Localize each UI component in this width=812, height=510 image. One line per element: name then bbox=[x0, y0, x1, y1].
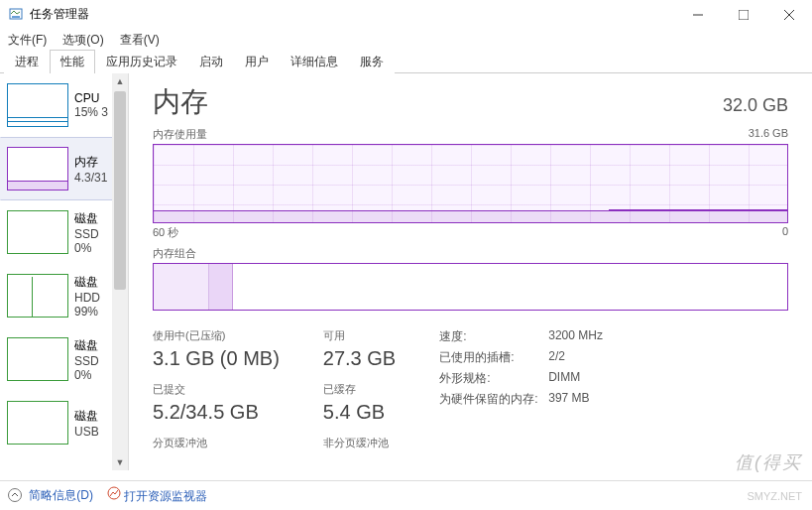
scroll-up-icon[interactable]: ▲ bbox=[112, 73, 128, 89]
minimize-button[interactable] bbox=[675, 0, 721, 30]
sidebar-sub: 4.3/31 bbox=[74, 171, 107, 185]
status-bar: 简略信息(D) 打开资源监视器 bbox=[0, 480, 812, 510]
resmon-icon bbox=[107, 486, 121, 500]
maximize-button[interactable] bbox=[721, 0, 766, 30]
tab-processes[interactable]: 进程 bbox=[4, 50, 50, 73]
sidebar-label: 磁盘 bbox=[74, 274, 100, 291]
app-icon bbox=[8, 7, 24, 23]
tab-bar: 进程 性能 应用历史记录 启动 用户 详细信息 服务 bbox=[0, 50, 812, 73]
paged-label: 分页缓冲池 bbox=[153, 436, 280, 450]
tab-users[interactable]: 用户 bbox=[234, 50, 280, 73]
sidebar-pct: 99% bbox=[74, 305, 100, 319]
sidebar-sub: 15% 3 bbox=[74, 105, 108, 119]
menu-options[interactable]: 选项(O) bbox=[58, 32, 107, 49]
scroll-down-icon[interactable]: ▼ bbox=[112, 454, 128, 470]
sidebar-label: 内存 bbox=[74, 154, 107, 171]
title-bar: 任务管理器 bbox=[0, 0, 812, 30]
graph-xright: 0 bbox=[782, 225, 788, 240]
total-memory: 32.0 GB bbox=[723, 95, 788, 116]
sidebar-sub: SSD bbox=[74, 354, 99, 368]
disk-thumb bbox=[7, 401, 68, 445]
memory-composition-graph[interactable] bbox=[153, 263, 788, 311]
nonpaged-label: 非分页缓冲池 bbox=[323, 436, 396, 450]
menu-bar: 文件(F) 选项(O) 查看(V) bbox=[0, 30, 812, 50]
tab-app-history[interactable]: 应用历史记录 bbox=[95, 50, 188, 73]
cached-value: 5.4 GB bbox=[323, 401, 396, 424]
form-value: DIMM bbox=[548, 370, 603, 387]
disk-thumb bbox=[7, 274, 68, 318]
sidebar-sub: SSD bbox=[74, 227, 99, 241]
disk-thumb bbox=[7, 337, 68, 381]
available-label: 可用 bbox=[323, 328, 396, 343]
sidebar-sub: USB bbox=[74, 425, 99, 439]
graph-xleft: 60 秒 bbox=[153, 225, 178, 240]
sidebar-item-disk-ssd1[interactable]: 磁盘SSD0% bbox=[0, 327, 128, 391]
sidebar-item-memory[interactable]: 内存4.3/31 bbox=[0, 137, 128, 200]
sidebar-item-disk-usb[interactable]: 磁盘USB bbox=[0, 391, 128, 454]
menu-view[interactable]: 查看(V) bbox=[116, 32, 164, 49]
sidebar-label: 磁盘 bbox=[74, 210, 99, 227]
svg-rect-3 bbox=[739, 10, 749, 20]
in-use-value: 3.1 GB (0 MB) bbox=[153, 347, 280, 370]
sidebar-pct: 0% bbox=[74, 368, 99, 382]
disk-thumb bbox=[7, 210, 68, 254]
close-button[interactable] bbox=[766, 0, 812, 30]
graph-label: 内存使用量 bbox=[153, 127, 207, 142]
fewer-details-label: 简略信息(D) bbox=[29, 488, 93, 502]
cpu-thumb bbox=[7, 83, 68, 127]
memory-usage-graph[interactable] bbox=[153, 144, 788, 223]
in-use-label: 使用中(已压缩) bbox=[153, 328, 280, 343]
open-resmon-link[interactable]: 打开资源监视器 bbox=[107, 486, 207, 505]
hwreserved-key: 为硬件保留的内存: bbox=[439, 391, 548, 408]
slots-key: 已使用的插槽: bbox=[439, 349, 548, 366]
sidebar-label: CPU bbox=[74, 91, 108, 105]
sidebar-label: 磁盘 bbox=[74, 337, 99, 354]
form-key: 外形规格: bbox=[439, 370, 548, 387]
cached-label: 已缓存 bbox=[323, 382, 396, 397]
sidebar-scrollbar[interactable]: ▲ ▼ bbox=[112, 73, 128, 470]
comp-label: 内存组合 bbox=[153, 246, 196, 261]
window-title: 任务管理器 bbox=[30, 6, 675, 23]
sidebar-sub: HDD bbox=[74, 291, 100, 305]
sidebar-item-cpu[interactable]: CPU15% 3 bbox=[0, 73, 128, 137]
watermark-sub: SMYZ.NET bbox=[747, 490, 802, 502]
available-value: 27.3 GB bbox=[323, 347, 396, 370]
sidebar-item-disk-hdd[interactable]: 磁盘HDD99% bbox=[0, 264, 128, 327]
sidebar: CPU15% 3 内存4.3/31 磁盘SSD0% 磁盘HDD99% 磁盘SSD… bbox=[0, 73, 129, 470]
hwreserved-value: 397 MB bbox=[548, 391, 603, 408]
sidebar-item-disk-ssd0[interactable]: 磁盘SSD0% bbox=[0, 200, 128, 264]
committed-label: 已提交 bbox=[153, 382, 280, 397]
tab-services[interactable]: 服务 bbox=[349, 50, 395, 73]
page-title: 内存 bbox=[153, 83, 208, 121]
tab-startup[interactable]: 启动 bbox=[188, 50, 234, 73]
memory-thumb bbox=[7, 147, 68, 191]
menu-file[interactable]: 文件(F) bbox=[4, 32, 51, 49]
main-panel: 内存 32.0 GB 内存使用量 31.6 GB 60 秒 0 内存组合 使用中… bbox=[129, 73, 812, 470]
committed-value: 5.2/34.5 GB bbox=[153, 401, 280, 424]
chevron-up-icon bbox=[8, 488, 22, 502]
sidebar-pct: 0% bbox=[74, 241, 99, 255]
slots-value: 2/2 bbox=[548, 349, 603, 366]
speed-value: 3200 MHz bbox=[548, 328, 603, 345]
watermark: 值(得买 bbox=[735, 450, 802, 474]
fewer-details-link[interactable]: 简略信息(D) bbox=[8, 487, 93, 504]
tab-performance[interactable]: 性能 bbox=[50, 50, 95, 73]
tab-details[interactable]: 详细信息 bbox=[280, 50, 349, 73]
sidebar-label: 磁盘 bbox=[74, 408, 99, 425]
scroll-thumb[interactable] bbox=[114, 91, 126, 290]
graph-ymax: 31.6 GB bbox=[749, 127, 788, 142]
svg-rect-1 bbox=[12, 16, 20, 18]
speed-key: 速度: bbox=[439, 328, 548, 345]
open-resmon-label: 打开资源监视器 bbox=[124, 489, 207, 503]
